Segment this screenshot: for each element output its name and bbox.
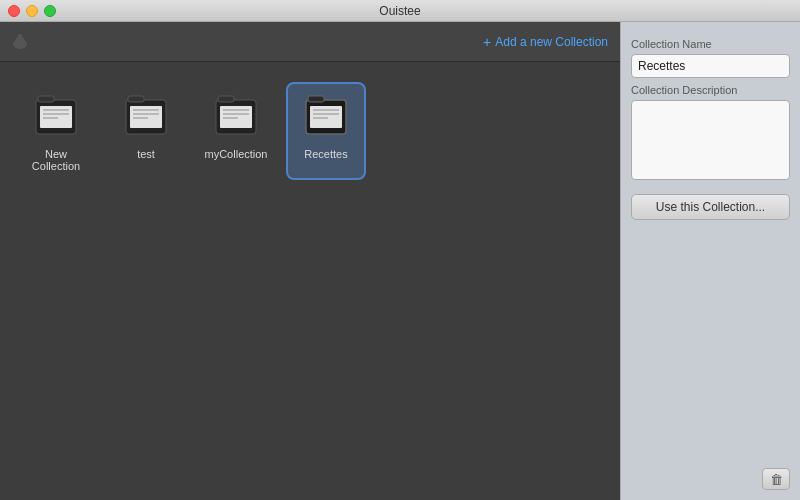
add-collection-button[interactable]: + Add a new Collection [483,34,608,50]
minimize-button[interactable] [26,5,38,17]
collection-name-input[interactable] [631,54,790,78]
collections-grid: New Collection test [0,62,620,200]
collection-icon-new-collection [30,90,82,142]
collection-item-new-collection[interactable]: New Collection [16,82,96,180]
svg-rect-5 [38,96,54,102]
collection-label-new-collection: New Collection [24,148,88,172]
sidebar: Collection Name Collection Description U… [620,22,800,500]
traffic-lights [8,5,56,17]
collection-icon-recettes [300,90,352,142]
collection-item-recettes[interactable]: Recettes [286,82,366,180]
collection-icon-test [120,90,172,142]
delete-collection-button[interactable]: 🗑 [762,468,790,490]
collection-label-recettes: Recettes [304,148,347,160]
app-logo [8,30,32,58]
main-container: + Add a new Collection New C [0,22,800,500]
collection-description-textarea[interactable] [631,100,790,180]
plus-icon: + [483,34,491,50]
maximize-button[interactable] [44,5,56,17]
use-collection-button[interactable]: Use this Collection... [631,194,790,220]
collection-item-test[interactable]: test [106,82,186,180]
svg-rect-11 [128,96,144,102]
close-button[interactable] [8,5,20,17]
add-collection-label: Add a new Collection [495,35,608,49]
collection-description-label: Collection Description [631,84,790,96]
svg-rect-17 [218,96,234,102]
svg-rect-23 [308,96,324,102]
svg-point-3 [22,34,26,38]
trash-icon: 🗑 [770,472,783,487]
titlebar: Ouistee [0,0,800,22]
collection-label-test: test [137,148,155,160]
collections-panel: + Add a new Collection New C [0,22,620,500]
toolbar: + Add a new Collection [0,22,620,62]
collection-item-mycollection[interactable]: myCollection [196,82,276,180]
svg-point-2 [14,34,18,38]
collection-label-mycollection: myCollection [205,148,268,160]
collection-icon-mycollection [210,90,262,142]
collection-name-label: Collection Name [631,38,790,50]
window-title: Ouistee [379,4,420,18]
